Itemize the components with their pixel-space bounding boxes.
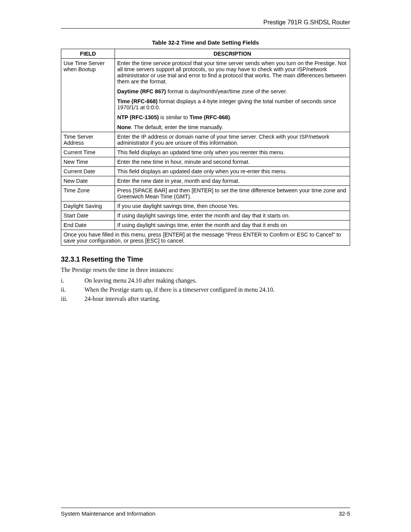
table-row: End Date If using daylight savings time,… — [61, 220, 350, 230]
desc-paragraph: None. The default, enter the time manual… — [117, 124, 347, 130]
desc-text: If you use daylight savings time, then c… — [117, 203, 228, 209]
desc-bold: Yes — [228, 203, 237, 209]
table-row: New Date Enter the new date in year, mon… — [61, 176, 350, 186]
list-item: ii. When the Prestige starts up, if ther… — [61, 286, 350, 293]
table-footer-row: Once you have filled in this menu, press… — [61, 230, 350, 246]
field-cell: Current Date — [61, 167, 115, 176]
desc-text: . The default, enter the time manually. — [131, 124, 223, 130]
section-heading: 32.3.1 Resetting the Time — [61, 256, 350, 264]
table-caption: Table 32-2 Time and Date Setting Fields — [61, 39, 350, 46]
desc-cell: If using daylight savings time, enter th… — [115, 211, 350, 220]
desc-text: . — [230, 114, 231, 120]
desc-bold: Daytime (RFC 867) — [117, 88, 166, 94]
desc-paragraph: Daytime (RFC 867) format is day/month/ye… — [117, 88, 347, 94]
footer-left: System Maintenance and Information — [61, 510, 155, 517]
field-cell: Use Time Server when Bootup — [61, 59, 115, 132]
desc-cell: Enter the IP address or domain name of y… — [115, 132, 350, 148]
table-row: Time Server Address Enter the IP address… — [61, 132, 350, 148]
page: Prestige 791R G.SHDSL Router Table 32-2 … — [0, 0, 411, 532]
desc-bold: NTP (RFC-1305) — [117, 114, 159, 120]
list-number: ii. — [61, 286, 84, 293]
field-cell: End Date — [61, 220, 115, 230]
field-cell: Daylight Saving — [61, 201, 115, 211]
field-cell: Time Server Address — [61, 132, 115, 148]
field-cell: Current Time — [61, 148, 115, 157]
desc-cell: Press [SPACE BAR] and then [ENTER] to se… — [115, 186, 350, 201]
table-row: Current Date This field displays an upda… — [61, 167, 350, 176]
desc-cell: Enter the new date in year, month and da… — [115, 176, 350, 186]
col-description: DESCRIPTION — [115, 49, 350, 59]
footer-right: 32-5 — [339, 510, 350, 517]
table-footer-note: Once you have filled in this menu, press… — [61, 230, 350, 246]
list-text: 24-hour intervals after starting. — [84, 296, 160, 302]
list-text: When the Prestige starts up, if there is… — [84, 286, 274, 293]
field-cell: Time Zone — [61, 186, 115, 201]
desc-bold: Time (RFC-868) — [190, 114, 230, 120]
desc-cell: If you use daylight savings time, then c… — [115, 201, 350, 211]
table-row: Current Time This field displays an upda… — [61, 148, 350, 157]
desc-text: format is day/month/year/time zone of th… — [166, 88, 287, 94]
section-list: i. On leaving menu 24.10 after making ch… — [61, 277, 350, 302]
field-cell: New Date — [61, 176, 115, 186]
section-intro: The Prestige resets the time in three in… — [61, 267, 350, 273]
table-header-row: FIELD DESCRIPTION — [61, 49, 350, 59]
fields-table: FIELD DESCRIPTION Use Time Server when B… — [61, 49, 350, 246]
desc-cell: If using daylight savings time, enter th… — [115, 220, 350, 230]
field-cell: New Time — [61, 157, 115, 167]
table-row: New Time Enter the new time in hour, min… — [61, 157, 350, 167]
table-row: Start Date If using daylight savings tim… — [61, 211, 350, 220]
list-number: iii. — [61, 296, 84, 302]
desc-cell: This field displays an updated time only… — [115, 148, 350, 157]
desc-paragraph: Time (RFC-868) format displays a 4-byte … — [117, 98, 347, 110]
desc-cell: Enter the time service protocol that you… — [115, 59, 350, 132]
desc-text: is similar to — [159, 114, 190, 120]
list-item: i. On leaving menu 24.10 after making ch… — [61, 277, 350, 284]
page-header: Prestige 791R G.SHDSL Router — [61, 19, 350, 29]
desc-paragraph: Enter the time service protocol that you… — [117, 60, 347, 85]
field-cell: Start Date — [61, 211, 115, 220]
col-field: FIELD — [61, 49, 115, 59]
table-row: Daylight Saving If you use daylight savi… — [61, 201, 350, 211]
desc-paragraph: NTP (RFC-1305) is similar to Time (RFC-8… — [117, 114, 347, 120]
list-item: iii. 24-hour intervals after starting. — [61, 296, 350, 302]
header-title: Prestige 791R G.SHDSL Router — [61, 19, 350, 26]
desc-cell: This field displays an updated date only… — [115, 167, 350, 176]
page-footer: System Maintenance and Information 32-5 — [61, 508, 350, 517]
desc-bold: None — [117, 124, 131, 130]
desc-text: . — [237, 203, 239, 209]
desc-cell: Enter the new time in hour, minute and s… — [115, 157, 350, 167]
table-row: Use Time Server when Bootup Enter the ti… — [61, 59, 350, 132]
list-number: i. — [61, 277, 84, 284]
table-row: Time Zone Press [SPACE BAR] and then [EN… — [61, 186, 350, 201]
list-text: On leaving menu 24.10 after making chang… — [84, 277, 197, 284]
desc-bold: Time (RFC-868) — [117, 98, 158, 104]
